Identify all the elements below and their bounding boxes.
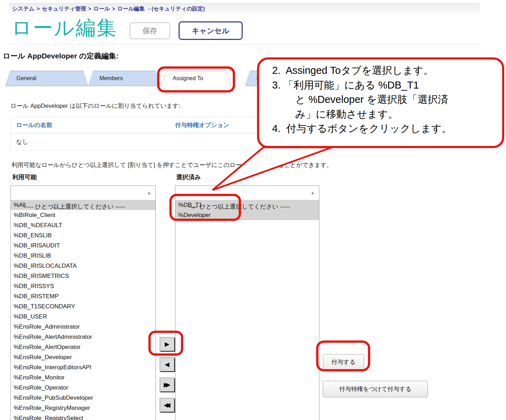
move-all-right-button[interactable]: ▶▶: [160, 378, 174, 392]
list-item[interactable]: %DB_IRISSYS: [11, 281, 155, 291]
arrow-right-icon: ▶: [165, 341, 169, 348]
list-item[interactable]: %DB_IRISLIB: [11, 251, 155, 261]
selected-list-label: 選択済み: [176, 173, 201, 181]
list-item[interactable]: %EnsRole_RegistrySelect: [11, 413, 155, 420]
breadcrumb-link-system[interactable]: システム: [12, 6, 34, 12]
list-item[interactable]: %DB_%DEFAULT: [11, 220, 155, 230]
breadcrumb-link-roles[interactable]: ロール: [93, 6, 110, 12]
breadcrumb-separator: >: [36, 6, 40, 12]
move-right-button[interactable]: ▶: [160, 337, 174, 351]
page-title: ロール編集: [12, 15, 118, 42]
list-item[interactable]: %EnsRole_InteropEditorsAPI: [11, 362, 155, 372]
arrow-left-icon: ◀: [165, 361, 169, 368]
callout-line: み」に移動させます。: [272, 107, 499, 122]
tab-label: Assigned To: [161, 71, 231, 86]
list-placeholder-option[interactable]: ----- ひとつ以上選択してください ----- ▲: [175, 186, 319, 200]
edit-definition-heading: ロール AppDeveloper の定義編集:: [3, 51, 119, 61]
callout-line: 3. 「利用可能」にある %DB_T1: [272, 78, 499, 93]
assign-instruction-text: 利用可能なロールからひとつ以上選択して [割り当て] を押すことでユーザにこのロ…: [12, 161, 333, 169]
title-divider: [9, 44, 480, 44]
double-arrow-left-icon: ◀◀: [164, 401, 170, 409]
list-item[interactable]: %DB_ENSLIB: [11, 230, 155, 240]
breadcrumb: システム>セキュリティ管理>ロール>ロール編集- (セキュリティの設定): [9, 3, 480, 14]
list-item[interactable]: %EnsRole_PubSubDeveloper: [11, 393, 155, 403]
list-item[interactable]: %DB_T1SECONDARY: [11, 301, 155, 312]
breadcrumb-link-security-management[interactable]: セキュリティ管理: [42, 6, 86, 12]
list-item[interactable]: %DB_IRISTEMP: [11, 291, 155, 301]
list-item[interactable]: %DB_IRISMETRICS: [11, 271, 155, 281]
callout-line: 4. 付与するボタンをクリックします。: [272, 121, 499, 136]
sort-caret-icon: ▲: [147, 186, 151, 200]
list-item[interactable]: %EnsRole_Monitor: [11, 372, 155, 383]
assign-with-grant-button[interactable]: 付与特権をつけて付与する: [323, 381, 428, 397]
column-header-role-name: ロールの名前: [11, 117, 172, 133]
breadcrumb-separator: >: [88, 6, 91, 12]
cancel-button[interactable]: キャンセル: [179, 21, 243, 40]
list-item[interactable]: %DB_IRISLOCALDATA: [11, 261, 155, 271]
sort-caret-icon: ▲: [310, 186, 315, 200]
tab-members[interactable]: Members: [88, 71, 161, 86]
assigned-to-description: ロール AppDeveloper は以下のロールに割り当てられています:: [11, 102, 180, 110]
move-all-left-button[interactable]: ◀◀: [160, 398, 174, 412]
tab-assigned-to[interactable]: Assigned To: [161, 71, 231, 86]
breadcrumb-suffix: - (セキュリティの設定): [148, 6, 205, 12]
selected-roles-listbox[interactable]: ----- ひとつ以上選択してください ----- ▲ %DB_T1 %Deve…: [175, 186, 319, 420]
tab-label: Members: [88, 71, 161, 86]
list-item[interactable]: %DB_USER: [11, 312, 155, 322]
list-item[interactable]: %EnsRole_RegistryManager: [11, 403, 155, 413]
role-edit-page: システム>セキュリティ管理>ロール>ロール編集- (セキュリティの設定) ロール…: [0, 0, 506, 420]
list-placeholder-option[interactable]: ----- ひとつ以上選択してください ----- ▲: [11, 186, 155, 200]
list-item[interactable]: %EnsRole_Developer: [11, 352, 155, 362]
move-left-button[interactable]: ◀: [160, 357, 174, 371]
breadcrumb-separator: >: [112, 6, 115, 12]
breadcrumb-link-role-edit[interactable]: ロール編集: [117, 6, 145, 12]
available-roles-listbox[interactable]: ----- ひとつ以上選択してください ----- ▲ %All %BIRole…: [11, 186, 156, 420]
available-list-label: 利用可能: [12, 173, 37, 181]
tab-general[interactable]: General: [5, 71, 88, 86]
double-arrow-right-icon: ▶▶: [164, 381, 170, 388]
list-item[interactable]: %DB_IRISAUDIT: [11, 240, 155, 251]
list-item[interactable]: %EnsRole_AlertOperator: [11, 342, 155, 352]
list-item[interactable]: %EnsRole_Administrator: [11, 322, 155, 332]
tab-label: General: [5, 71, 88, 86]
save-button[interactable]: 保存: [130, 22, 170, 39]
list-item[interactable]: %EnsRole_AlertAdministrator: [11, 332, 155, 342]
callout-line: 2. Assinged Toタブを選択します。: [272, 63, 499, 78]
callout-line: と %Developer を選択肢「選択済: [272, 92, 499, 107]
annotation-callout-text: 2. Assinged Toタブを選択します。 3. 「利用可能」にある %DB…: [272, 63, 499, 136]
assign-button[interactable]: 付与する: [323, 354, 364, 370]
list-item[interactable]: %EnsRole_Operator: [11, 383, 155, 393]
